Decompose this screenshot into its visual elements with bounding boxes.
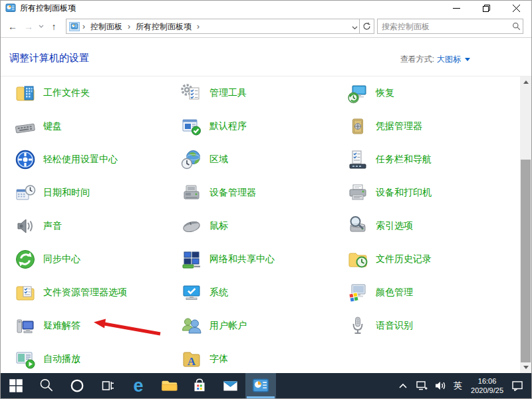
- view-by-label: 查看方式:: [400, 54, 434, 65]
- control-panel-item[interactable]: 同步中心: [14, 243, 167, 276]
- mail-taskbar-button[interactable]: [215, 373, 245, 398]
- control-panel-item-label: 网络和共享中心: [209, 253, 275, 265]
- file-explorer-icon: [160, 377, 178, 394]
- breadcrumb-segment[interactable]: 所有控制面板项: [132, 22, 196, 31]
- mouse-icon: [180, 215, 203, 237]
- control-panel-item[interactable]: 索引选项: [346, 209, 499, 243]
- page-header: 调整计算机的设置 查看方式: 大图标: [1, 38, 531, 76]
- action-center-icon[interactable]: [510, 376, 525, 395]
- control-panel-item[interactable]: 鼠标: [180, 209, 333, 243]
- restore-button[interactable]: [471, 1, 501, 15]
- control-panel-item[interactable]: 文件资源管理器选项: [14, 276, 167, 309]
- back-button[interactable]: ←: [5, 19, 21, 35]
- volume-icon[interactable]: [433, 376, 448, 395]
- clock[interactable]: 16:06 2020/9/25: [468, 376, 506, 396]
- breadcrumb-separator-icon[interactable]: ›: [81, 22, 86, 31]
- breadcrumb-separator-icon[interactable]: ›: [196, 22, 201, 31]
- mail-icon: [222, 378, 239, 394]
- minimize-button[interactable]: [442, 1, 471, 15]
- indexing-options-icon: [346, 215, 369, 237]
- control-panel-item[interactable]: 键盘: [14, 110, 167, 143]
- work-folders-icon: [14, 82, 37, 104]
- system-tray: 英 16:06 2020/9/25: [396, 373, 531, 398]
- address-bar[interactable]: ›控制面板›所有控制面板项›: [66, 19, 360, 34]
- tray-time: 16:06: [471, 376, 503, 386]
- address-dropdown-chevron-icon[interactable]: [352, 21, 358, 33]
- control-panel-item[interactable]: 自动播放: [14, 342, 167, 373]
- close-button[interactable]: [501, 1, 531, 15]
- control-panel-taskbar-button[interactable]: [245, 373, 276, 398]
- autoplay-icon: [14, 348, 37, 370]
- control-panel-item[interactable]: 疑难解答: [14, 309, 167, 342]
- cortana-taskbar-button[interactable]: [62, 373, 92, 398]
- default-programs-icon: [180, 115, 203, 138]
- control-panel-item[interactable]: 网络和共享中心: [180, 243, 333, 276]
- user-accounts-icon: [180, 315, 203, 337]
- scroll-down-button[interactable]: [520, 362, 531, 373]
- taskbar: e 英 16:06 2020/9/25: [1, 373, 531, 398]
- control-panel-item[interactable]: 凭据管理器: [346, 110, 499, 143]
- control-panel-item[interactable]: 设备和打印机: [346, 176, 499, 209]
- breadcrumb-separator-icon[interactable]: ›: [126, 22, 132, 31]
- control-panel-item-label: 语音识别: [376, 320, 413, 332]
- recent-pages-chevron-icon[interactable]: [37, 19, 46, 35]
- control-panel-item[interactable]: 系统: [180, 276, 333, 309]
- control-panel-item[interactable]: 设备管理器: [180, 176, 333, 209]
- file-explorer-taskbar-button[interactable]: [154, 373, 184, 398]
- taskbar-navigation-icon: [346, 148, 369, 171]
- control-panel-item[interactable]: 日期和时间: [14, 176, 167, 209]
- scroll-up-button[interactable]: [520, 76, 531, 88]
- refresh-button[interactable]: [360, 19, 374, 34]
- vertical-scrollbar[interactable]: [520, 76, 531, 373]
- taskbar-search-taskbar-button[interactable]: [31, 373, 62, 398]
- search-icon[interactable]: [509, 22, 523, 31]
- control-panel-item[interactable]: 恢复: [346, 76, 499, 110]
- region-icon: [180, 148, 203, 171]
- task-view-icon: [100, 378, 116, 394]
- scrollbar-thumb[interactable]: [521, 160, 531, 362]
- control-panel-item[interactable]: 颜色管理: [346, 276, 499, 309]
- language-indicator[interactable]: 英: [452, 380, 464, 392]
- view-by-value[interactable]: 大图标: [437, 54, 461, 65]
- sync-center-icon: [14, 248, 37, 271]
- breadcrumb: ›控制面板›所有控制面板项›: [81, 20, 201, 33]
- control-panel-item-label: 疑难解答: [43, 320, 80, 332]
- edge-taskbar-button[interactable]: e: [123, 373, 154, 398]
- control-panel-items-grid: 工作文件夹键盘轻松使用设置中心日期和时间声音同步中心文件资源管理器选项疑难解答自…: [1, 76, 531, 373]
- network-icon[interactable]: [414, 376, 429, 395]
- control-panel-item[interactable]: 任务栏和导航: [346, 143, 499, 176]
- control-panel-item[interactable]: A字体: [180, 342, 333, 373]
- forward-button[interactable]: →: [21, 19, 37, 35]
- control-panel-item[interactable]: 轻松使用设置中心: [14, 143, 167, 176]
- up-button[interactable]: ↑: [46, 19, 62, 35]
- control-panel-item[interactable]: 声音: [14, 209, 167, 243]
- control-panel-item-label: 颜色管理: [376, 287, 413, 299]
- control-panel-item[interactable]: 区域: [180, 143, 333, 176]
- devices-printers-icon: [346, 182, 369, 204]
- file-history-icon: [346, 248, 369, 271]
- store-taskbar-button[interactable]: [184, 373, 215, 398]
- search-input[interactable]: [378, 22, 509, 31]
- control-panel-item-label: 日期和时间: [43, 187, 90, 199]
- control-panel-item[interactable]: 文件历史记录: [346, 243, 499, 276]
- device-manager-icon: [180, 182, 203, 204]
- control-panel-item[interactable]: 默认程序: [180, 110, 333, 143]
- breadcrumb-segment[interactable]: 控制面板: [86, 22, 126, 31]
- control-panel-item-label: 工作文件夹: [43, 87, 90, 99]
- control-panel-item-label: 用户帐户: [209, 320, 247, 332]
- start-icon: [8, 378, 24, 394]
- control-panel-item[interactable]: 工作文件夹: [14, 76, 167, 110]
- control-panel-item[interactable]: 用户帐户: [180, 309, 333, 342]
- control-panel-app-icon: [5, 3, 16, 13]
- control-panel-item[interactable]: 语音识别: [346, 309, 499, 342]
- control-panel-item-label: 文件历史记录: [376, 253, 432, 265]
- start-taskbar-button[interactable]: [1, 373, 31, 398]
- window-title: 所有控制面板项: [20, 3, 442, 14]
- task-view-taskbar-button[interactable]: [92, 373, 123, 398]
- view-by-chevron-icon[interactable]: [465, 58, 470, 61]
- tray-chevron-up-icon[interactable]: [396, 376, 410, 395]
- control-panel-item[interactable]: 管理工具: [180, 76, 333, 110]
- svg-text:A: A: [188, 355, 196, 368]
- control-panel-item-label: 默认程序: [209, 120, 247, 132]
- cortana-icon: [69, 378, 85, 394]
